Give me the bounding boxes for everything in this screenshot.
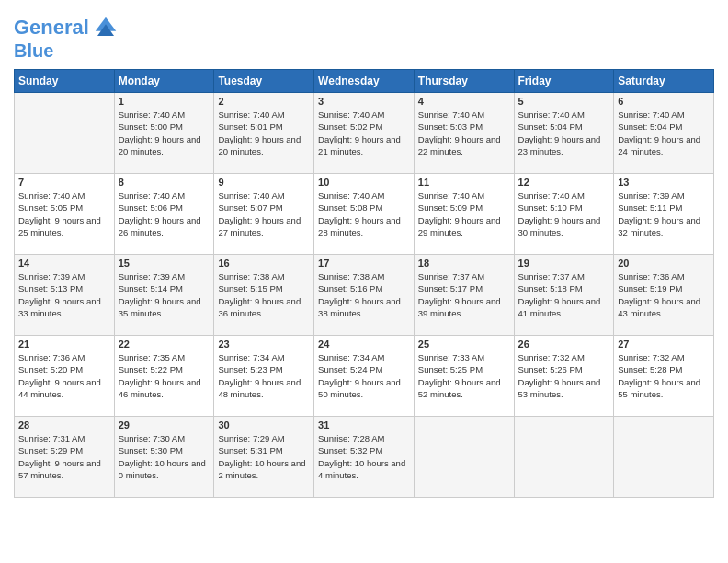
calendar-cell bbox=[15, 93, 115, 174]
calendar-cell: 4 Sunrise: 7:40 AM Sunset: 5:03 PM Dayli… bbox=[414, 93, 514, 174]
day-number: 23 bbox=[218, 339, 310, 350]
sunset: Sunset: 5:09 PM bbox=[418, 201, 510, 213]
calendar-week-row: 7 Sunrise: 7:40 AM Sunset: 5:05 PM Dayli… bbox=[15, 174, 714, 255]
day-number: 9 bbox=[218, 177, 310, 188]
calendar-cell: 16 Sunrise: 7:38 AM Sunset: 5:15 PM Dayl… bbox=[214, 255, 314, 336]
day-info: Sunrise: 7:33 AM Sunset: 5:25 PM Dayligh… bbox=[418, 351, 510, 400]
sunrise: Sunrise: 7:38 AM bbox=[218, 270, 310, 282]
day-info: Sunrise: 7:30 AM Sunset: 5:30 PM Dayligh… bbox=[119, 432, 210, 481]
daylight: Daylight: 9 hours and 55 minutes. bbox=[618, 376, 710, 401]
daylight: Daylight: 9 hours and 26 minutes. bbox=[119, 214, 210, 239]
day-info: Sunrise: 7:40 AM Sunset: 5:04 PM Dayligh… bbox=[518, 109, 610, 157]
daylight: Daylight: 9 hours and 57 minutes. bbox=[18, 457, 110, 482]
sunrise: Sunrise: 7:40 AM bbox=[418, 109, 510, 121]
day-number: 5 bbox=[518, 96, 610, 107]
sunrise: Sunrise: 7:40 AM bbox=[218, 190, 310, 201]
sunset: Sunset: 5:24 PM bbox=[318, 363, 410, 375]
day-info: Sunrise: 7:40 AM Sunset: 5:05 PM Dayligh… bbox=[18, 190, 110, 238]
sunset: Sunset: 5:14 PM bbox=[119, 282, 210, 294]
daylight: Daylight: 9 hours and 27 minutes. bbox=[218, 214, 310, 239]
daylight: Daylight: 9 hours and 36 minutes. bbox=[218, 295, 310, 320]
calendar-week-row: 21 Sunrise: 7:36 AM Sunset: 5:20 PM Dayl… bbox=[15, 336, 714, 417]
calendar-cell: 3 Sunrise: 7:40 AM Sunset: 5:02 PM Dayli… bbox=[314, 93, 415, 174]
calendar-cell: 23 Sunrise: 7:34 AM Sunset: 5:23 PM Dayl… bbox=[214, 336, 314, 417]
day-info: Sunrise: 7:32 AM Sunset: 5:28 PM Dayligh… bbox=[618, 351, 710, 400]
daylight: Daylight: 9 hours and 38 minutes. bbox=[318, 295, 410, 320]
sunset: Sunset: 5:01 PM bbox=[218, 121, 310, 132]
sunrise: Sunrise: 7:39 AM bbox=[18, 270, 110, 282]
daylight: Daylight: 9 hours and 44 minutes. bbox=[18, 376, 110, 401]
day-number: 2 bbox=[218, 96, 310, 107]
sunset: Sunset: 5:26 PM bbox=[518, 363, 610, 375]
calendar-cell: 1 Sunrise: 7:40 AM Sunset: 5:00 PM Dayli… bbox=[114, 93, 214, 174]
calendar-cell: 12 Sunrise: 7:40 AM Sunset: 5:10 PM Dayl… bbox=[514, 174, 614, 255]
day-info: Sunrise: 7:39 AM Sunset: 5:11 PM Dayligh… bbox=[618, 190, 710, 238]
sunset: Sunset: 5:32 PM bbox=[318, 444, 410, 456]
day-number: 21 bbox=[18, 339, 110, 350]
sunset: Sunset: 5:19 PM bbox=[618, 282, 710, 294]
calendar-cell: 14 Sunrise: 7:39 AM Sunset: 5:13 PM Dayl… bbox=[15, 255, 115, 336]
calendar-cell: 19 Sunrise: 7:37 AM Sunset: 5:18 PM Dayl… bbox=[514, 255, 614, 336]
sunrise: Sunrise: 7:35 AM bbox=[119, 351, 210, 363]
day-number: 8 bbox=[119, 177, 210, 188]
sunset: Sunset: 5:18 PM bbox=[518, 282, 610, 294]
sunrise: Sunrise: 7:39 AM bbox=[119, 270, 210, 282]
day-info: Sunrise: 7:28 AM Sunset: 5:32 PM Dayligh… bbox=[318, 432, 410, 481]
day-info: Sunrise: 7:36 AM Sunset: 5:20 PM Dayligh… bbox=[18, 351, 110, 400]
sunset: Sunset: 5:28 PM bbox=[618, 363, 710, 375]
sunset: Sunset: 5:00 PM bbox=[119, 121, 210, 132]
sunrise: Sunrise: 7:38 AM bbox=[318, 270, 410, 282]
day-info: Sunrise: 7:34 AM Sunset: 5:24 PM Dayligh… bbox=[318, 351, 410, 400]
sunset: Sunset: 5:05 PM bbox=[18, 201, 110, 213]
day-number: 31 bbox=[318, 419, 410, 431]
day-info: Sunrise: 7:36 AM Sunset: 5:19 PM Dayligh… bbox=[618, 270, 710, 319]
sunrise: Sunrise: 7:40 AM bbox=[618, 109, 710, 121]
sunset: Sunset: 5:11 PM bbox=[618, 201, 710, 213]
weekday-header-row: SundayMondayTuesdayWednesdayThursdayFrid… bbox=[15, 70, 714, 93]
day-info: Sunrise: 7:40 AM Sunset: 5:09 PM Dayligh… bbox=[418, 190, 510, 238]
daylight: Daylight: 9 hours and 53 minutes. bbox=[518, 376, 610, 401]
day-info: Sunrise: 7:40 AM Sunset: 5:03 PM Dayligh… bbox=[418, 109, 510, 157]
sunrise: Sunrise: 7:34 AM bbox=[318, 351, 410, 363]
calendar-cell: 10 Sunrise: 7:40 AM Sunset: 5:08 PM Dayl… bbox=[314, 174, 415, 255]
sunset: Sunset: 5:04 PM bbox=[618, 121, 710, 132]
day-number: 22 bbox=[119, 339, 210, 350]
sunrise: Sunrise: 7:40 AM bbox=[518, 109, 610, 121]
sunrise: Sunrise: 7:32 AM bbox=[518, 351, 610, 363]
day-info: Sunrise: 7:40 AM Sunset: 5:10 PM Dayligh… bbox=[518, 190, 610, 238]
daylight: Daylight: 9 hours and 30 minutes. bbox=[518, 214, 610, 239]
sunset: Sunset: 5:08 PM bbox=[318, 201, 410, 213]
sunrise: Sunrise: 7:34 AM bbox=[218, 351, 310, 363]
day-info: Sunrise: 7:40 AM Sunset: 5:00 PM Dayligh… bbox=[119, 109, 210, 157]
daylight: Daylight: 9 hours and 46 minutes. bbox=[119, 376, 210, 401]
sunrise: Sunrise: 7:40 AM bbox=[18, 190, 110, 201]
daylight: Daylight: 10 hours and 2 minutes. bbox=[218, 457, 310, 482]
weekday-header: Tuesday bbox=[214, 70, 314, 93]
sunrise: Sunrise: 7:40 AM bbox=[119, 109, 210, 121]
sunset: Sunset: 5:03 PM bbox=[418, 121, 510, 132]
day-number: 18 bbox=[418, 258, 510, 269]
weekday-header: Wednesday bbox=[314, 70, 415, 93]
day-info: Sunrise: 7:32 AM Sunset: 5:26 PM Dayligh… bbox=[518, 351, 610, 400]
calendar-cell: 20 Sunrise: 7:36 AM Sunset: 5:19 PM Dayl… bbox=[614, 255, 714, 336]
day-number: 12 bbox=[518, 177, 610, 188]
sunrise: Sunrise: 7:40 AM bbox=[318, 190, 410, 201]
sunrise: Sunrise: 7:40 AM bbox=[119, 190, 210, 201]
calendar-cell: 11 Sunrise: 7:40 AM Sunset: 5:09 PM Dayl… bbox=[414, 174, 514, 255]
sunset: Sunset: 5:23 PM bbox=[218, 363, 310, 375]
sunrise: Sunrise: 7:29 AM bbox=[218, 432, 310, 444]
sunset: Sunset: 5:25 PM bbox=[418, 363, 510, 375]
calendar-cell: 15 Sunrise: 7:39 AM Sunset: 5:14 PM Dayl… bbox=[114, 255, 214, 336]
day-number: 10 bbox=[318, 177, 410, 188]
calendar-week-row: 1 Sunrise: 7:40 AM Sunset: 5:00 PM Dayli… bbox=[15, 93, 714, 174]
daylight: Daylight: 9 hours and 32 minutes. bbox=[618, 214, 710, 239]
calendar-cell: 29 Sunrise: 7:30 AM Sunset: 5:30 PM Dayl… bbox=[114, 417, 214, 498]
calendar-week-row: 14 Sunrise: 7:39 AM Sunset: 5:13 PM Dayl… bbox=[15, 255, 714, 336]
weekday-header: Monday bbox=[114, 70, 214, 93]
calendar-cell: 27 Sunrise: 7:32 AM Sunset: 5:28 PM Dayl… bbox=[614, 336, 714, 417]
sunset: Sunset: 5:17 PM bbox=[418, 282, 510, 294]
day-info: Sunrise: 7:40 AM Sunset: 5:06 PM Dayligh… bbox=[119, 190, 210, 238]
logo-icon bbox=[92, 14, 119, 41]
day-info: Sunrise: 7:35 AM Sunset: 5:22 PM Dayligh… bbox=[119, 351, 210, 400]
daylight: Daylight: 9 hours and 24 minutes. bbox=[618, 133, 710, 158]
